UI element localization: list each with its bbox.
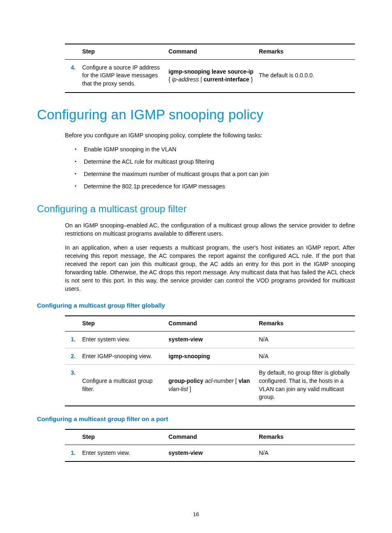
- command-fragment: system-view: [168, 450, 203, 456]
- command-fragment: |: [199, 76, 203, 83]
- step-command: system-view: [166, 331, 256, 348]
- table-header-step: Step: [80, 44, 166, 59]
- table-header-command: Command: [166, 429, 256, 445]
- heading-3: Configuring a multicast group filter on …: [37, 415, 355, 423]
- table-row: 2.Enter IGMP-snooping view.igmp-snooping…: [65, 348, 355, 365]
- body-paragraph: On an IGMP snooping–enabled AC, the conf…: [65, 222, 355, 238]
- command-fragment: [: [234, 378, 239, 384]
- prereq-list: Enable IGMP snooping in the VLANDetermin…: [73, 146, 355, 191]
- step-number: 3.: [65, 365, 80, 406]
- intro-paragraph: Before you configure an IGMP snooping po…: [65, 132, 355, 140]
- heading-3: Configuring a multicast group filter glo…: [37, 301, 355, 310]
- table-header-remarks: Remarks: [256, 44, 355, 59]
- page-number: 16: [0, 511, 392, 518]
- document-page: Step Command Remarks 4.Configure a sourc…: [0, 0, 392, 533]
- step-table-proxy: Step Command Remarks 4.Configure a sourc…: [65, 44, 355, 93]
- step-command: igmp-snooping leave source-ip { ip-addre…: [166, 59, 256, 92]
- step-remarks: By default, no group filter is globally …: [256, 365, 355, 406]
- heading-1: Configuring an IGMP snooping policy: [37, 105, 355, 124]
- table-header-remarks: Remarks: [256, 316, 355, 331]
- step-command: system-view: [166, 445, 256, 461]
- command-fragment: acl-number: [205, 378, 234, 384]
- command-fragment: }: [249, 76, 253, 83]
- step-command: igmp-snooping: [166, 348, 256, 365]
- list-item: Determine the 802.1p precedence for IGMP…: [73, 183, 355, 191]
- list-item: Determine the ACL rule for multicast gro…: [73, 158, 355, 166]
- step-number: 1.: [65, 331, 80, 348]
- list-item: Enable IGMP snooping in the VLAN: [73, 146, 355, 154]
- table-row: 1.Enter system view.system-viewN/A: [65, 331, 355, 348]
- table-header-blank: [65, 429, 80, 445]
- step-command: group-policy acl-number [ vlan vlan-list…: [166, 365, 256, 406]
- command-fragment: {: [168, 76, 172, 83]
- step-remarks: N/A: [256, 331, 355, 348]
- step-number: 2.: [65, 348, 80, 365]
- command-fragment: current-interface: [203, 76, 249, 83]
- table-header-remarks: Remarks: [256, 429, 355, 445]
- step-description: Enter system view.: [80, 331, 166, 348]
- table-header-command: Command: [166, 44, 256, 59]
- body-paragraph: In an application, when a user requests …: [65, 244, 355, 293]
- step-number: 4.: [65, 59, 80, 92]
- table-header-blank: [65, 44, 80, 59]
- step-description: Enter system view.: [80, 445, 166, 461]
- command-fragment: vlan-list: [168, 386, 188, 392]
- list-item: Determine the maximum number of multicas…: [73, 170, 355, 178]
- table-row: 3.Configure a multicast group filter.gro…: [65, 365, 355, 406]
- step-table-port-filter: Step Command Remarks 1.Enter system view…: [65, 429, 355, 462]
- step-remarks: N/A: [256, 445, 355, 461]
- step-remarks: The default is 0.0.0.0.: [256, 59, 355, 92]
- table-row: 1.Enter system view.system-viewN/A: [65, 445, 355, 461]
- table-header-step: Step: [80, 429, 166, 445]
- step-description: Configure a multicast group filter.: [80, 365, 166, 406]
- table-header-command: Command: [166, 316, 256, 331]
- table-header-blank: [65, 316, 80, 331]
- command-fragment: igmp-snooping: [168, 353, 210, 359]
- step-number: 1.: [65, 445, 80, 461]
- step-remarks: N/A: [256, 348, 355, 365]
- step-description: Enter IGMP-snooping view.: [80, 348, 166, 365]
- command-fragment: system-view: [168, 336, 203, 343]
- command-fragment: ip-address: [172, 76, 199, 83]
- step-table-global-filter: Step Command Remarks 1.Enter system view…: [65, 315, 355, 406]
- command-fragment: igmp-snooping leave source-ip: [168, 68, 254, 75]
- step-description: Configure a source IP address for the IG…: [80, 59, 166, 92]
- table-header-step: Step: [80, 316, 166, 331]
- command-fragment: group-policy: [168, 378, 203, 384]
- table-row: 4.Configure a source IP address for the …: [65, 59, 355, 92]
- heading-2: Configuring a multicast group filter: [37, 202, 355, 216]
- command-fragment: ]: [188, 386, 191, 392]
- command-fragment: vlan: [238, 378, 250, 384]
